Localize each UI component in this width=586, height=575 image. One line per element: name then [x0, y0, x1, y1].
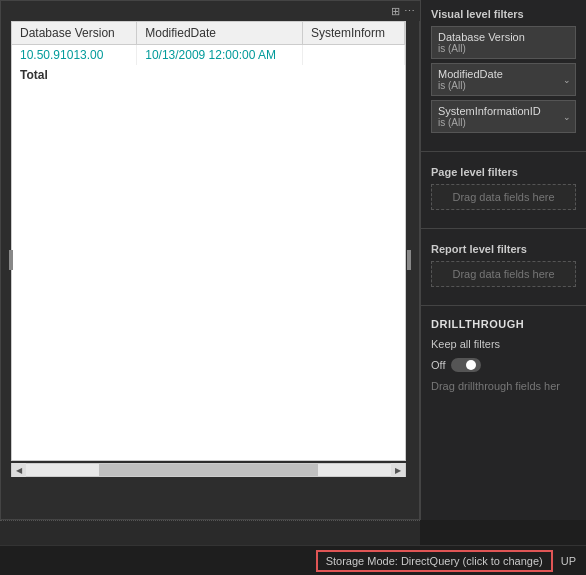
filter-modified-date-name: ModifiedDate: [438, 68, 569, 80]
status-bar: Storage Mode: DirectQuery (click to chan…: [0, 545, 586, 575]
keep-filters-toggle[interactable]: [451, 358, 481, 372]
off-label: Off: [431, 359, 445, 371]
keep-all-filters-label: Keep all filters: [431, 338, 500, 350]
col-header-system-info: SystemInform: [302, 22, 404, 45]
scroll-thumb[interactable]: [99, 464, 318, 476]
page-filters-section: Page level filters Drag data fields here: [421, 158, 586, 222]
drillthrough-title: DRILLTHROUGH: [421, 312, 586, 334]
visual-filters-section: Visual level filters Database Version is…: [421, 0, 586, 145]
scroll-track[interactable]: [26, 464, 391, 476]
drillthrough-drag-area[interactable]: Drag drillthrough fields her: [421, 376, 586, 396]
visual-filters-title: Visual level filters: [431, 8, 576, 20]
report-filters-title: Report level filters: [431, 243, 576, 255]
scroll-right-arrow[interactable]: ▶: [391, 463, 405, 477]
chevron-down-icon-2: ⌄: [563, 112, 571, 122]
cell-total-date: [137, 65, 303, 85]
horizontal-scrollbar[interactable]: ◀ ▶: [11, 463, 406, 477]
filters-panel: Visual level filters Database Version is…: [420, 0, 586, 520]
divider-2: [421, 228, 586, 229]
report-filters-section: Report level filters Drag data fields he…: [421, 235, 586, 299]
canvas-toolbar: ⊞ ⋯: [1, 1, 421, 21]
filter-modified-date-value: is (All): [438, 80, 569, 91]
page-drag-area[interactable]: Drag data fields here: [431, 184, 576, 210]
filter-db-version-name: Database Version: [438, 31, 569, 43]
scroll-left-arrow[interactable]: ◀: [12, 463, 26, 477]
filter-modified-date[interactable]: ModifiedDate is (All) ⌄: [431, 63, 576, 96]
keep-filters-row: Keep all filters: [421, 334, 586, 354]
data-table-container: Database Version ModifiedDate SystemInfo…: [11, 21, 406, 461]
divider-1: [421, 151, 586, 152]
cell-modified-date: 10/13/2009 12:00:00 AM: [137, 45, 303, 66]
more-icon[interactable]: ⋯: [404, 5, 415, 18]
storage-mode-label: Storage Mode: DirectQuery (click to chan…: [326, 555, 543, 567]
cell-db-version: 10.50.91013.00: [12, 45, 137, 66]
cell-total: Total: [12, 65, 137, 85]
storage-mode-button[interactable]: Storage Mode: DirectQuery (click to chan…: [316, 550, 553, 572]
page-filters-title: Page level filters: [431, 166, 576, 178]
filter-db-version-value: is (All): [438, 43, 569, 54]
up-label: UP: [561, 555, 576, 567]
filter-sysinfo-name: SystemInformationID: [438, 105, 569, 117]
cell-sysinfo: [302, 45, 404, 66]
total-row: Total: [12, 65, 405, 85]
grid-icon[interactable]: ⊞: [391, 5, 400, 18]
bottom-border: [0, 520, 420, 545]
keep-filters-toggle-row: Off: [421, 354, 586, 376]
resize-handle-left[interactable]: [9, 250, 13, 270]
report-drag-area[interactable]: Drag data fields here: [431, 261, 576, 287]
col-header-modified-date: ModifiedDate: [137, 22, 303, 45]
filter-db-version[interactable]: Database Version is (All): [431, 26, 576, 59]
filter-sysinfo[interactable]: SystemInformationID is (All) ⌄: [431, 100, 576, 133]
table-row: 10.50.91013.00 10/13/2009 12:00:00 AM: [12, 45, 405, 66]
filter-sysinfo-value: is (All): [438, 117, 569, 128]
cell-total-sysinfo: [302, 65, 404, 85]
resize-handle-right[interactable]: [407, 250, 411, 270]
toggle-thumb: [466, 360, 476, 370]
divider-3: [421, 305, 586, 306]
data-table: Database Version ModifiedDate SystemInfo…: [12, 22, 405, 85]
col-header-db-version: Database Version: [12, 22, 137, 45]
main-canvas: ⊞ ⋯ Database Version ModifiedDate System…: [0, 0, 420, 520]
chevron-down-icon: ⌄: [563, 75, 571, 85]
